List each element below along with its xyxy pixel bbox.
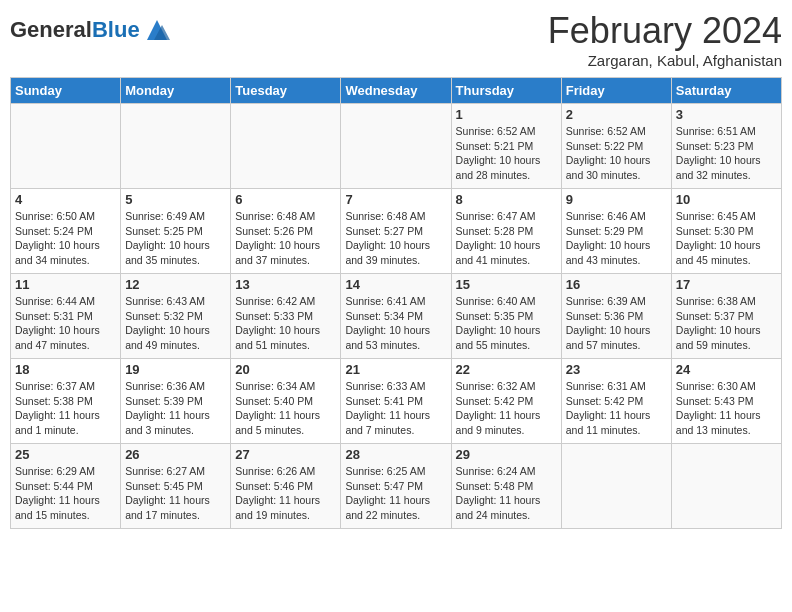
calendar-cell — [11, 104, 121, 189]
location: Zargaran, Kabul, Afghanistan — [548, 52, 782, 69]
day-number: 5 — [125, 192, 226, 207]
calendar-cell: 11Sunrise: 6:44 AMSunset: 5:31 PMDayligh… — [11, 274, 121, 359]
day-number: 6 — [235, 192, 336, 207]
calendar-cell: 13Sunrise: 6:42 AMSunset: 5:33 PMDayligh… — [231, 274, 341, 359]
calendar-cell: 27Sunrise: 6:26 AMSunset: 5:46 PMDayligh… — [231, 444, 341, 529]
day-number: 8 — [456, 192, 557, 207]
day-info: Sunrise: 6:30 AMSunset: 5:43 PMDaylight:… — [676, 379, 777, 438]
day-number: 22 — [456, 362, 557, 377]
day-number: 13 — [235, 277, 336, 292]
calendar-cell: 24Sunrise: 6:30 AMSunset: 5:43 PMDayligh… — [671, 359, 781, 444]
day-number: 25 — [15, 447, 116, 462]
calendar-cell: 10Sunrise: 6:45 AMSunset: 5:30 PMDayligh… — [671, 189, 781, 274]
calendar-cell — [231, 104, 341, 189]
day-info: Sunrise: 6:45 AMSunset: 5:30 PMDaylight:… — [676, 209, 777, 268]
day-info: Sunrise: 6:32 AMSunset: 5:42 PMDaylight:… — [456, 379, 557, 438]
day-number: 2 — [566, 107, 667, 122]
day-number: 29 — [456, 447, 557, 462]
calendar-week-1: 1Sunrise: 6:52 AMSunset: 5:21 PMDaylight… — [11, 104, 782, 189]
calendar-cell: 2Sunrise: 6:52 AMSunset: 5:22 PMDaylight… — [561, 104, 671, 189]
calendar-cell: 17Sunrise: 6:38 AMSunset: 5:37 PMDayligh… — [671, 274, 781, 359]
day-info: Sunrise: 6:26 AMSunset: 5:46 PMDaylight:… — [235, 464, 336, 523]
day-info: Sunrise: 6:48 AMSunset: 5:26 PMDaylight:… — [235, 209, 336, 268]
calendar-cell: 5Sunrise: 6:49 AMSunset: 5:25 PMDaylight… — [121, 189, 231, 274]
page-header: GeneralBlue February 2024 Zargaran, Kabu… — [10, 10, 782, 69]
calendar-cell — [341, 104, 451, 189]
calendar-cell: 28Sunrise: 6:25 AMSunset: 5:47 PMDayligh… — [341, 444, 451, 529]
calendar-cell: 3Sunrise: 6:51 AMSunset: 5:23 PMDaylight… — [671, 104, 781, 189]
calendar-cell: 6Sunrise: 6:48 AMSunset: 5:26 PMDaylight… — [231, 189, 341, 274]
logo: GeneralBlue — [10, 15, 172, 45]
day-number: 14 — [345, 277, 446, 292]
calendar-table: SundayMondayTuesdayWednesdayThursdayFrid… — [10, 77, 782, 529]
day-info: Sunrise: 6:47 AMSunset: 5:28 PMDaylight:… — [456, 209, 557, 268]
day-info: Sunrise: 6:27 AMSunset: 5:45 PMDaylight:… — [125, 464, 226, 523]
day-header-sunday: Sunday — [11, 78, 121, 104]
day-info: Sunrise: 6:52 AMSunset: 5:21 PMDaylight:… — [456, 124, 557, 183]
calendar-cell: 20Sunrise: 6:34 AMSunset: 5:40 PMDayligh… — [231, 359, 341, 444]
day-info: Sunrise: 6:41 AMSunset: 5:34 PMDaylight:… — [345, 294, 446, 353]
day-number: 19 — [125, 362, 226, 377]
day-number: 10 — [676, 192, 777, 207]
calendar-week-2: 4Sunrise: 6:50 AMSunset: 5:24 PMDaylight… — [11, 189, 782, 274]
day-info: Sunrise: 6:38 AMSunset: 5:37 PMDaylight:… — [676, 294, 777, 353]
day-info: Sunrise: 6:37 AMSunset: 5:38 PMDaylight:… — [15, 379, 116, 438]
day-number: 1 — [456, 107, 557, 122]
calendar-cell: 19Sunrise: 6:36 AMSunset: 5:39 PMDayligh… — [121, 359, 231, 444]
day-number: 26 — [125, 447, 226, 462]
calendar-cell — [561, 444, 671, 529]
day-info: Sunrise: 6:50 AMSunset: 5:24 PMDaylight:… — [15, 209, 116, 268]
calendar-cell: 12Sunrise: 6:43 AMSunset: 5:32 PMDayligh… — [121, 274, 231, 359]
day-number: 27 — [235, 447, 336, 462]
day-number: 7 — [345, 192, 446, 207]
calendar-cell: 25Sunrise: 6:29 AMSunset: 5:44 PMDayligh… — [11, 444, 121, 529]
calendar-cell: 26Sunrise: 6:27 AMSunset: 5:45 PMDayligh… — [121, 444, 231, 529]
calendar-cell: 9Sunrise: 6:46 AMSunset: 5:29 PMDaylight… — [561, 189, 671, 274]
calendar-cell: 4Sunrise: 6:50 AMSunset: 5:24 PMDaylight… — [11, 189, 121, 274]
day-info: Sunrise: 6:33 AMSunset: 5:41 PMDaylight:… — [345, 379, 446, 438]
calendar-week-5: 25Sunrise: 6:29 AMSunset: 5:44 PMDayligh… — [11, 444, 782, 529]
day-info: Sunrise: 6:44 AMSunset: 5:31 PMDaylight:… — [15, 294, 116, 353]
calendar-cell: 7Sunrise: 6:48 AMSunset: 5:27 PMDaylight… — [341, 189, 451, 274]
day-number: 18 — [15, 362, 116, 377]
day-number: 21 — [345, 362, 446, 377]
day-number: 9 — [566, 192, 667, 207]
day-number: 11 — [15, 277, 116, 292]
month-title: February 2024 — [548, 10, 782, 52]
day-info: Sunrise: 6:25 AMSunset: 5:47 PMDaylight:… — [345, 464, 446, 523]
day-header-saturday: Saturday — [671, 78, 781, 104]
day-info: Sunrise: 6:43 AMSunset: 5:32 PMDaylight:… — [125, 294, 226, 353]
day-info: Sunrise: 6:46 AMSunset: 5:29 PMDaylight:… — [566, 209, 667, 268]
day-header-tuesday: Tuesday — [231, 78, 341, 104]
day-number: 17 — [676, 277, 777, 292]
day-info: Sunrise: 6:34 AMSunset: 5:40 PMDaylight:… — [235, 379, 336, 438]
day-number: 4 — [15, 192, 116, 207]
calendar-cell: 14Sunrise: 6:41 AMSunset: 5:34 PMDayligh… — [341, 274, 451, 359]
day-info: Sunrise: 6:24 AMSunset: 5:48 PMDaylight:… — [456, 464, 557, 523]
day-info: Sunrise: 6:42 AMSunset: 5:33 PMDaylight:… — [235, 294, 336, 353]
calendar-cell: 29Sunrise: 6:24 AMSunset: 5:48 PMDayligh… — [451, 444, 561, 529]
title-block: February 2024 Zargaran, Kabul, Afghanist… — [548, 10, 782, 69]
logo-icon — [142, 15, 172, 45]
calendar-cell: 1Sunrise: 6:52 AMSunset: 5:21 PMDaylight… — [451, 104, 561, 189]
day-number: 15 — [456, 277, 557, 292]
day-header-thursday: Thursday — [451, 78, 561, 104]
logo-blue-text: Blue — [92, 17, 140, 42]
calendar-cell: 23Sunrise: 6:31 AMSunset: 5:42 PMDayligh… — [561, 359, 671, 444]
day-number: 28 — [345, 447, 446, 462]
day-number: 23 — [566, 362, 667, 377]
day-number: 20 — [235, 362, 336, 377]
day-info: Sunrise: 6:52 AMSunset: 5:22 PMDaylight:… — [566, 124, 667, 183]
day-info: Sunrise: 6:31 AMSunset: 5:42 PMDaylight:… — [566, 379, 667, 438]
day-info: Sunrise: 6:51 AMSunset: 5:23 PMDaylight:… — [676, 124, 777, 183]
day-info: Sunrise: 6:40 AMSunset: 5:35 PMDaylight:… — [456, 294, 557, 353]
day-header-friday: Friday — [561, 78, 671, 104]
calendar-cell: 21Sunrise: 6:33 AMSunset: 5:41 PMDayligh… — [341, 359, 451, 444]
logo-general-text: General — [10, 17, 92, 42]
day-number: 3 — [676, 107, 777, 122]
day-number: 24 — [676, 362, 777, 377]
day-header-monday: Monday — [121, 78, 231, 104]
calendar-week-3: 11Sunrise: 6:44 AMSunset: 5:31 PMDayligh… — [11, 274, 782, 359]
calendar-cell: 16Sunrise: 6:39 AMSunset: 5:36 PMDayligh… — [561, 274, 671, 359]
calendar-cell — [671, 444, 781, 529]
